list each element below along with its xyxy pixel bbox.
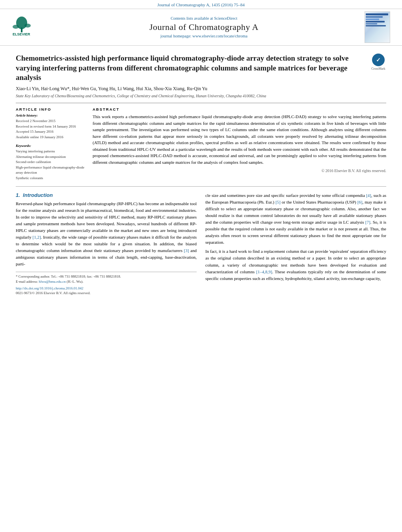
history-label: Article history: xyxy=(16,113,85,117)
svg-rect-1 xyxy=(21,28,22,32)
journal-ref-text: Journal of Chromatography A, 1435 (2016)… xyxy=(157,2,245,7)
footnote-email: E-mail address: hlwu@hmu.edu.cn (H.-L. W… xyxy=(16,279,197,285)
doi-line[interactable]: http://dx.doi.org/10.1016/j.chroma.2016.… xyxy=(16,286,197,290)
received-date: Received 2 November 2015 xyxy=(16,119,85,124)
available-date: Available online 19 January 2016 xyxy=(16,135,85,140)
accepted-date: Accepted 15 January 2016 xyxy=(16,129,85,135)
footnote-corresponding: * Corresponding author. Tel.: +86 731 88… xyxy=(16,274,197,280)
two-column-body: 1. Introduction Reversed-phase high perf… xyxy=(16,192,386,295)
contents-available-line: Contents lists available at ScienceDirec… xyxy=(43,16,365,20)
footnote-section: * Corresponding author. Tel.: +86 731 88… xyxy=(16,272,197,285)
homepage-url[interactable]: www.elsevier.com/locate/chroma xyxy=(192,34,248,38)
section-divider xyxy=(16,186,386,187)
keyword-1: Varying interfering patterns xyxy=(16,149,85,154)
crossmark-icon: ✓ xyxy=(372,54,385,66)
authors-text: Xiao-Li Yin, Hai-Long Wu*, Hui-Wen Gu, Y… xyxy=(16,86,207,91)
keyword-4: High-performance liquid chromatography-d… xyxy=(16,165,85,176)
article-title-section: Chemometrics-assisted high performance l… xyxy=(16,54,386,83)
intro-paragraph-col2-2: In fact, it is a hard work to find a rep… xyxy=(205,248,386,282)
svg-point-3 xyxy=(24,24,31,28)
keyword-3: Second-order calibration xyxy=(16,159,85,165)
journal-reference-bar: Journal of Chromatography A, 1435 (2016)… xyxy=(0,0,402,9)
article-title: Chemometrics-assisted high performance l… xyxy=(16,54,367,83)
abstract-text: This work reports a chemometrics-assiste… xyxy=(93,113,386,165)
abstract-panel: ABSTRACT This work reports a chemometric… xyxy=(93,107,386,181)
right-column: cle size and sometimes pore size and spe… xyxy=(205,192,386,295)
keyword-5: Synthetic colorants xyxy=(16,176,85,181)
left-column: 1. Introduction Reversed-phase high perf… xyxy=(16,192,197,295)
crossmark-section: ✓ CrossMark xyxy=(370,54,386,70)
science-direct-link[interactable]: ScienceDirect xyxy=(214,16,237,20)
keywords-label: Keywords: xyxy=(16,144,85,148)
abstract-copyright: © 2016 Elsevier B.V. All rights reserved… xyxy=(93,169,386,173)
article-info-abstract-section: ARTICLE INFO Article history: Received 2… xyxy=(16,103,386,181)
authors-line: Xiao-Li Yin, Hai-Long Wu*, Hui-Wen Gu, Y… xyxy=(16,86,386,92)
header-center: Contents lists available at ScienceDirec… xyxy=(43,16,365,38)
svg-text:ELSEVIER: ELSEVIER xyxy=(13,32,30,36)
article-history-section: Article history: Received 2 November 201… xyxy=(16,113,85,140)
revised-date: Received in revised form 14 January 2016 xyxy=(16,124,85,130)
elsevier-logo: ELSEVIER xyxy=(12,16,43,39)
intro-heading: 1. Introduction xyxy=(16,192,197,198)
crossmark-label: CrossMark xyxy=(370,67,386,70)
svg-point-2 xyxy=(13,25,19,29)
journal-cover-image xyxy=(365,11,390,43)
homepage-line: journal homepage: www.elsevier.com/locat… xyxy=(43,34,365,38)
abstract-heading: ABSTRACT xyxy=(93,107,386,111)
keywords-section: Keywords: Varying interfering patterns A… xyxy=(16,144,85,181)
intro-paragraph-1: Reversed-phase high performance liquid c… xyxy=(16,200,197,267)
article-info-panel: ARTICLE INFO Article history: Received 2… xyxy=(16,107,85,181)
contents-text: Contents lists available at xyxy=(171,16,213,20)
affiliation-text: State Key Laboratory of Chemo/Biosensing… xyxy=(16,94,386,98)
keyword-2: Alternating trilinear decomposition xyxy=(16,154,85,160)
journal-header: ELSEVIER Contents lists available at Sci… xyxy=(0,9,402,46)
journal-title: Journal of Chromatography A xyxy=(43,22,365,32)
article-info-heading: ARTICLE INFO xyxy=(16,107,85,111)
intro-paragraph-col2-1: cle size and sometimes pore size and spe… xyxy=(205,192,386,246)
copyright-footer: 0021-9673/© 2016 Elsevier B.V. All right… xyxy=(16,291,197,295)
